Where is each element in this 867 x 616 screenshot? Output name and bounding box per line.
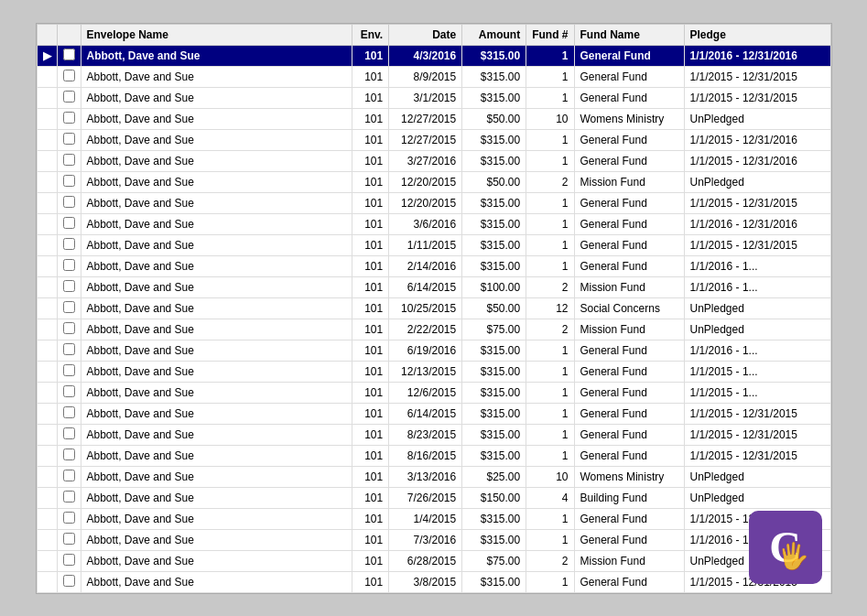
table-row[interactable]: Abbott, Dave and Sue1018/16/2015$315.001… xyxy=(37,445,830,466)
table-row[interactable]: Abbott, Dave and Sue10112/6/2015$315.001… xyxy=(37,382,830,403)
row-checkbox[interactable] xyxy=(57,129,81,150)
row-checkbox-input[interactable] xyxy=(63,238,75,250)
row-checkbox[interactable] xyxy=(57,171,81,192)
envelope-number: 101 xyxy=(352,108,389,129)
row-checkbox-input[interactable] xyxy=(63,322,75,334)
row-checkbox[interactable] xyxy=(57,213,81,234)
envelope-number: 101 xyxy=(352,445,389,466)
row-checkbox-input[interactable] xyxy=(63,196,75,208)
table-row[interactable]: Abbott, Dave and Sue1018/9/2015$315.001G… xyxy=(37,66,830,87)
donation-amount: $315.00 xyxy=(462,445,526,466)
table-row[interactable]: Abbott, Dave and Sue1013/6/2016$315.001G… xyxy=(37,213,830,234)
row-checkbox[interactable] xyxy=(57,45,81,66)
row-checkbox-input[interactable] xyxy=(63,70,75,81)
row-checkbox[interactable] xyxy=(57,340,81,361)
col-checkbox xyxy=(57,24,81,45)
table-row[interactable]: Abbott, Dave and Sue1016/14/2015$100.002… xyxy=(37,276,830,297)
table-row[interactable]: Abbott, Dave and Sue1013/13/2016$25.0010… xyxy=(37,466,830,487)
col-envelope-name[interactable]: Envelope Name xyxy=(81,24,352,45)
col-date[interactable]: Date xyxy=(389,24,462,45)
table-row[interactable]: Abbott, Dave and Sue1017/26/2015$150.004… xyxy=(37,487,830,508)
row-arrow xyxy=(37,192,57,213)
table-row[interactable]: Abbott, Dave and Sue10112/27/2015$50.001… xyxy=(37,108,830,129)
row-checkbox-input[interactable] xyxy=(63,575,75,587)
row-checkbox[interactable] xyxy=(57,66,81,87)
row-checkbox[interactable] xyxy=(57,150,81,171)
row-checkbox[interactable] xyxy=(57,466,81,487)
row-arrow xyxy=(37,108,57,129)
table-row[interactable]: Abbott, Dave and Sue10112/27/2015$315.00… xyxy=(37,129,830,150)
row-checkbox[interactable] xyxy=(57,276,81,297)
fund-name: Mission Fund xyxy=(574,319,684,340)
table-row[interactable]: Abbott, Dave and Sue1016/14/2015$315.001… xyxy=(37,403,830,424)
table-row[interactable]: Abbott, Dave and Sue10112/13/2015$315.00… xyxy=(37,361,830,382)
row-checkbox[interactable] xyxy=(57,529,81,550)
col-env[interactable]: Env. xyxy=(352,24,389,45)
donation-date: 1/4/2015 xyxy=(389,508,462,529)
row-checkbox[interactable] xyxy=(57,403,81,424)
row-checkbox-input[interactable] xyxy=(63,448,75,460)
table-row[interactable]: Abbott, Dave and Sue1016/19/2016$315.001… xyxy=(37,340,830,361)
table-row[interactable]: Abbott, Dave and Sue1016/28/2015$75.002M… xyxy=(37,550,830,571)
row-checkbox-input[interactable] xyxy=(63,259,75,271)
row-checkbox-input[interactable] xyxy=(63,91,75,103)
envelope-number: 101 xyxy=(352,424,389,445)
row-checkbox[interactable] xyxy=(57,424,81,445)
row-checkbox[interactable] xyxy=(57,445,81,466)
row-checkbox-input[interactable] xyxy=(63,533,75,545)
table-row[interactable]: Abbott, Dave and Sue1013/8/2015$315.001G… xyxy=(37,571,830,592)
row-checkbox-input[interactable] xyxy=(63,364,75,376)
table-row[interactable]: Abbott, Dave and Sue10112/20/2015$315.00… xyxy=(37,192,830,213)
col-fund-num[interactable]: Fund # xyxy=(526,24,574,45)
row-checkbox[interactable] xyxy=(57,87,81,108)
table-row[interactable]: Abbott, Dave and Sue1013/27/2016$315.001… xyxy=(37,150,830,171)
table-row[interactable]: Abbott, Dave and Sue1017/3/2016$315.001G… xyxy=(37,529,830,550)
row-checkbox-input[interactable] xyxy=(63,491,75,503)
row-checkbox-input[interactable] xyxy=(63,133,75,145)
row-checkbox[interactable] xyxy=(57,192,81,213)
row-checkbox[interactable] xyxy=(57,550,81,571)
row-checkbox-input[interactable] xyxy=(63,406,75,418)
row-checkbox-input[interactable] xyxy=(63,49,75,60)
row-arrow xyxy=(37,129,57,150)
table-row[interactable]: Abbott, Dave and Sue10112/20/2015$50.002… xyxy=(37,171,830,192)
row-checkbox-input[interactable] xyxy=(63,175,75,187)
row-checkbox-input[interactable] xyxy=(63,343,75,355)
row-checkbox-input[interactable] xyxy=(63,385,75,397)
fund-name: General Fund xyxy=(574,424,684,445)
row-checkbox-input[interactable] xyxy=(63,154,75,166)
row-checkbox[interactable] xyxy=(57,297,81,319)
row-checkbox[interactable] xyxy=(57,361,81,382)
row-checkbox-input[interactable] xyxy=(63,554,75,566)
col-pledge[interactable]: Pledge xyxy=(684,24,830,45)
row-checkbox-input[interactable] xyxy=(63,112,75,124)
table-row[interactable]: Abbott, Dave and Sue1012/14/2016$315.001… xyxy=(37,255,830,276)
row-checkbox[interactable] xyxy=(57,382,81,403)
row-checkbox[interactable] xyxy=(57,234,81,255)
row-arrow xyxy=(37,213,57,234)
row-checkbox-input[interactable] xyxy=(63,512,75,524)
donation-date: 6/14/2015 xyxy=(389,403,462,424)
row-checkbox-input[interactable] xyxy=(63,217,75,229)
row-checkbox[interactable] xyxy=(57,108,81,129)
row-checkbox-input[interactable] xyxy=(63,301,75,313)
table-row[interactable]: Abbott, Dave and Sue1018/23/2015$315.001… xyxy=(37,424,830,445)
row-checkbox[interactable] xyxy=(57,255,81,276)
row-checkbox-input[interactable] xyxy=(63,280,75,292)
app-logo: C 🖐 xyxy=(749,511,822,584)
col-amount[interactable]: Amount xyxy=(462,24,526,45)
row-checkbox[interactable] xyxy=(57,487,81,508)
row-checkbox-input[interactable] xyxy=(63,427,75,439)
row-checkbox[interactable] xyxy=(57,571,81,592)
table-row[interactable]: Abbott, Dave and Sue1011/11/2015$315.001… xyxy=(37,234,830,255)
row-checkbox[interactable] xyxy=(57,319,81,340)
fund-number: 2 xyxy=(526,319,574,340)
table-row[interactable]: Abbott, Dave and Sue10110/25/2015$50.001… xyxy=(37,297,830,319)
row-checkbox[interactable] xyxy=(57,508,81,529)
row-checkbox-input[interactable] xyxy=(63,470,75,481)
table-row[interactable]: ▶Abbott, Dave and Sue1014/3/2016$315.001… xyxy=(37,45,830,66)
table-row[interactable]: Abbott, Dave and Sue1013/1/2015$315.001G… xyxy=(37,87,830,108)
col-fund-name[interactable]: Fund Name xyxy=(574,24,684,45)
table-row[interactable]: Abbott, Dave and Sue1012/22/2015$75.002M… xyxy=(37,319,830,340)
table-row[interactable]: Abbott, Dave and Sue1011/4/2015$315.001G… xyxy=(37,508,830,529)
